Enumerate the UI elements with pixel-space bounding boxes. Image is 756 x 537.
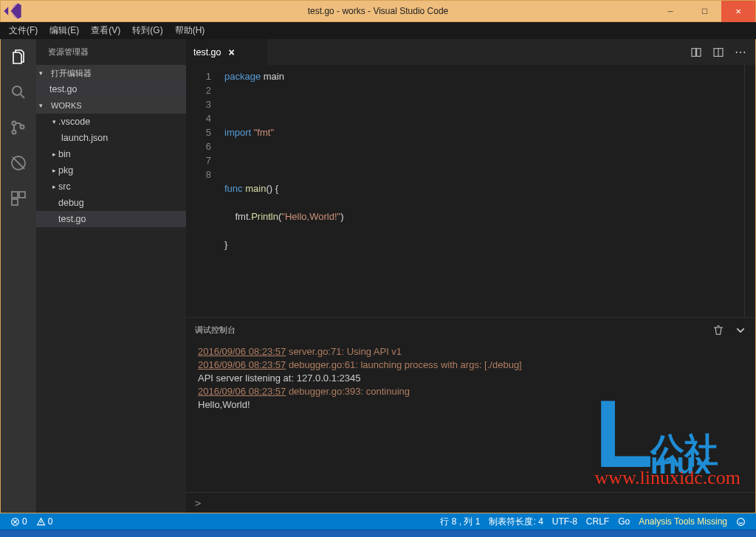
svg-point-3 xyxy=(21,125,24,129)
close-button[interactable]: ✕ xyxy=(721,1,755,22)
file-test-go[interactable]: test.go xyxy=(36,211,186,227)
svg-rect-5 xyxy=(12,192,18,198)
svg-point-12 xyxy=(738,518,745,525)
compare-icon[interactable] xyxy=(690,46,702,58)
menu-edit[interactable]: 编辑(E) xyxy=(44,23,85,38)
scrollbar[interactable] xyxy=(744,65,755,317)
open-editor-file: test.go xyxy=(49,84,78,94)
svg-point-2 xyxy=(13,131,16,134)
explorer-icon[interactable] xyxy=(1,39,36,75)
open-editors-header[interactable]: ▾打开编辑器 xyxy=(36,65,186,81)
line-gutter: 12345678 xyxy=(186,65,224,317)
workspace-header[interactable]: ▾WORKS xyxy=(36,97,186,114)
workspace-label: WORKS xyxy=(51,101,82,110)
code-editor[interactable]: package main import "fmt" func main() { … xyxy=(224,65,744,317)
search-icon[interactable] xyxy=(1,75,36,110)
chevron-down-icon[interactable] xyxy=(735,325,746,336)
titlebar: test.go - works - Visual Studio Code ─ ☐… xyxy=(0,0,756,22)
menu-goto[interactable]: 转到(G) xyxy=(126,23,168,38)
sidebar: 资源管理器 ▾打开编辑器 test.go ▾WORKS ▾.vscode lau… xyxy=(36,39,186,513)
close-tab-icon[interactable]: × xyxy=(229,46,235,58)
status-encoding[interactable]: UTF-8 xyxy=(548,516,582,528)
file-debug[interactable]: debug xyxy=(36,195,186,211)
status-warnings[interactable]: 0 xyxy=(32,516,58,527)
svg-rect-9 xyxy=(697,48,701,56)
debug-panel: 调试控制台 2016/09/06 08:23:57 server.go:71: … xyxy=(186,317,755,513)
status-tools-missing[interactable]: Analysis Tools Missing xyxy=(634,516,732,528)
feedback-icon[interactable] xyxy=(732,516,750,528)
folder-src[interactable]: ▸src xyxy=(36,179,186,195)
clear-icon[interactable] xyxy=(712,325,724,336)
chevron-right-icon: ▸ xyxy=(49,183,58,190)
folder-bin[interactable]: ▸bin xyxy=(36,146,186,162)
status-cursor-pos[interactable]: 行 8 , 列 1 xyxy=(436,516,484,528)
status-errors[interactable]: 0 xyxy=(6,516,32,527)
os-taskbar xyxy=(0,530,756,537)
svg-point-0 xyxy=(13,86,21,95)
minimize-button[interactable]: ─ xyxy=(653,1,687,22)
more-icon[interactable]: ⋯ xyxy=(735,45,746,59)
svg-rect-8 xyxy=(692,48,695,56)
svg-rect-7 xyxy=(12,199,18,205)
panel-title: 调试控制台 xyxy=(195,325,236,336)
open-editor-item[interactable]: test.go xyxy=(36,81,186,97)
status-eol[interactable]: CRLF xyxy=(582,516,614,528)
file-launch-json[interactable]: launch.json xyxy=(36,130,186,146)
window-title: test.go - works - Visual Studio Code xyxy=(308,6,449,16)
tab-label: test.go xyxy=(193,47,221,58)
chevron-down-icon: ▾ xyxy=(49,118,58,125)
tab-test-go[interactable]: test.go × xyxy=(186,39,267,65)
git-icon[interactable] xyxy=(1,110,36,145)
split-icon[interactable] xyxy=(712,46,724,58)
svg-rect-6 xyxy=(19,192,25,198)
console-output[interactable]: 2016/09/06 08:23:57 server.go:71: Using … xyxy=(186,342,755,492)
menu-help[interactable]: 帮助(H) xyxy=(169,23,211,38)
folder-vscode[interactable]: ▾.vscode xyxy=(36,114,186,130)
tabbar: test.go × ⋯ xyxy=(186,39,755,65)
status-tabsize[interactable]: 制表符长度: 4 xyxy=(484,516,547,528)
console-input[interactable]: > xyxy=(186,492,755,513)
statusbar: 0 0 行 8 , 列 1 制表符长度: 4 UTF-8 CRLF Go Ana… xyxy=(0,513,756,530)
chevron-down-icon: ▾ xyxy=(39,69,51,77)
debug-icon[interactable] xyxy=(1,145,36,181)
menubar: 文件(F) 编辑(E) 查看(V) 转到(G) 帮助(H) xyxy=(0,22,756,39)
maximize-button[interactable]: ☐ xyxy=(687,1,721,22)
svg-point-1 xyxy=(13,122,16,125)
extensions-icon[interactable] xyxy=(1,181,36,216)
chevron-down-icon: ▾ xyxy=(39,102,51,109)
menu-file[interactable]: 文件(F) xyxy=(3,23,44,38)
status-lang[interactable]: Go xyxy=(614,516,634,528)
chevron-right-icon: ▸ xyxy=(49,150,58,158)
chevron-right-icon: ▸ xyxy=(49,167,58,174)
folder-pkg[interactable]: ▸pkg xyxy=(36,162,186,179)
activitybar xyxy=(1,39,36,513)
sidebar-title: 资源管理器 xyxy=(36,39,186,65)
menu-view[interactable]: 查看(V) xyxy=(85,23,126,38)
open-editors-label: 打开编辑器 xyxy=(51,68,92,79)
vs-logo-icon xyxy=(2,1,23,21)
